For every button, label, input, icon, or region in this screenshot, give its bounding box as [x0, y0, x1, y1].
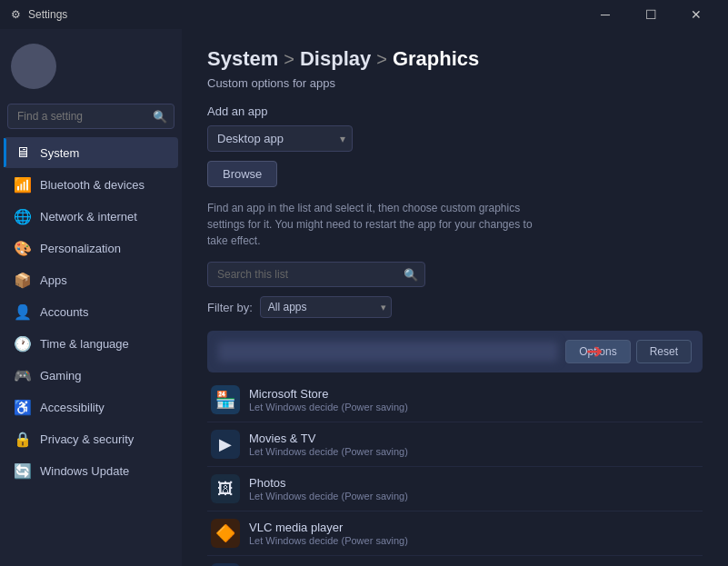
search-input[interactable] [7, 104, 175, 129]
breadcrumb-sep1: > [284, 49, 294, 70]
nav-icon-network: 🌐 [15, 208, 31, 224]
nav-label-personalization: Personalization [40, 242, 167, 255]
app-icon-vlc: 🔶 [211, 519, 240, 548]
minimize-button[interactable]: ─ [584, 0, 626, 29]
nav-icon-windowsupdate: 🔄 [15, 462, 31, 479]
list-item-microsoft-store[interactable]: 🏪 Microsoft Store Let Windows decide (Po… [207, 378, 703, 422]
breadcrumb-display: Display [300, 47, 371, 71]
titlebar-left: ⚙ Settings [11, 8, 67, 21]
app-name-microsoft-store: Microsoft Store [249, 387, 699, 401]
sidebar-item-system[interactable]: 🖥 System [4, 137, 178, 168]
app-icon-microsoft-store: 🏪 [211, 385, 240, 414]
close-button[interactable]: ✕ [675, 0, 717, 29]
filter-label: Filter by: [207, 301, 253, 314]
sidebar-item-network[interactable]: 🌐 Network & internet [4, 201, 178, 232]
list-item-video-editor[interactable]: 🎞 Video Editor Let Windows decide (Power… [207, 556, 703, 566]
app-info-vlc: VLC media player Let Windows decide (Pow… [249, 521, 699, 546]
breadcrumb-system: System [207, 47, 278, 71]
app-info-movies-tv: Movies & TV Let Windows decide (Power sa… [249, 432, 699, 457]
app-icon-photos: 🖼 [211, 474, 240, 503]
nav-icon-personalization: 🎨 [15, 240, 31, 256]
avatar [11, 44, 56, 89]
sidebar-item-windowsupdate[interactable]: 🔄 Windows Update [4, 455, 178, 486]
app-subtitle-vlc: Let Windows decide (Power saving) [249, 535, 699, 546]
search-list-wrapper: 🔍 [207, 262, 425, 287]
app-name-vlc: VLC media player [249, 521, 699, 534]
app-name-photos: Photos [249, 476, 699, 490]
sidebar-item-bluetooth[interactable]: 📶 Bluetooth & devices [4, 169, 178, 200]
titlebar-title: Settings [28, 8, 67, 21]
nav-items: 🖥 System 📶 Bluetooth & devices 🌐 Network… [0, 136, 182, 487]
list-item-photos[interactable]: 🖼 Photos Let Windows decide (Power savin… [207, 467, 703, 511]
search-list-input[interactable] [207, 262, 425, 287]
add-app-label: Add an app [207, 104, 703, 118]
nav-icon-bluetooth: 📶 [15, 176, 31, 193]
filter-row: Filter by: All apps Microsoft Store apps… [207, 296, 703, 318]
app-icon-movies-tv: ▶ [211, 430, 240, 459]
highlighted-app-name [218, 342, 558, 362]
search-list-icon: 🔍 [404, 268, 418, 282]
nav-icon-gaming: 🎮 [15, 367, 31, 383]
sidebar-item-privacy[interactable]: 🔒 Privacy & security [4, 423, 178, 454]
breadcrumb: System > Display > Graphics [207, 47, 703, 71]
app-body: 🔍 🖥 System 📶 Bluetooth & devices 🌐 Netwo… [0, 29, 728, 566]
app-list: 🏪 Microsoft Store Let Windows decide (Po… [207, 378, 703, 566]
highlighted-app-row[interactable]: ➔ Options Reset [207, 331, 703, 372]
app-subtitle-microsoft-store: Let Windows decide (Power saving) [249, 402, 699, 412]
breadcrumb-graphics: Graphics [393, 47, 479, 71]
info-text: Find an app in the list and select it, t… [207, 200, 534, 249]
nav-icon-apps: 📦 [15, 272, 31, 288]
sidebar-item-accessibility[interactable]: ♿ Accessibility [4, 392, 178, 422]
search-icon-button[interactable]: 🔍 [153, 110, 167, 124]
sidebar-item-personalization[interactable]: 🎨 Personalization [4, 233, 178, 263]
nav-icon-accessibility: ♿ [15, 399, 31, 415]
app-info-microsoft-store: Microsoft Store Let Windows decide (Powe… [249, 387, 699, 412]
reset-button[interactable]: Reset [636, 340, 692, 363]
nav-label-accessibility: Accessibility [40, 401, 167, 414]
app-subtitle-movies-tv: Let Windows decide (Power saving) [249, 446, 699, 457]
titlebar-controls: ─ ☐ ✕ [584, 0, 717, 29]
app-subtitle-photos: Let Windows decide (Power saving) [249, 491, 699, 501]
app-name-movies-tv: Movies & TV [249, 432, 699, 445]
nav-label-network: Network & internet [40, 210, 167, 223]
list-item-vlc[interactable]: 🔶 VLC media player Let Windows decide (P… [207, 511, 703, 556]
sidebar-item-time[interactable]: 🕐 Time & language [4, 328, 178, 359]
highlighted-app-actions: Options Reset [565, 340, 692, 363]
nav-label-time: Time & language [40, 337, 167, 351]
sidebar-item-accounts[interactable]: 👤 Accounts [4, 296, 178, 327]
main-content: System > Display > Graphics Custom optio… [182, 29, 728, 566]
settings-icon: ⚙ [11, 8, 21, 21]
nav-icon-accounts: 👤 [15, 303, 31, 320]
profile-area [0, 29, 182, 100]
nav-label-windowsupdate: Windows Update [40, 464, 167, 478]
nav-label-accounts: Accounts [40, 305, 167, 319]
filter-dropdown-wrapper: All apps Microsoft Store apps Desktop ap… [260, 296, 392, 318]
nav-label-gaming: Gaming [40, 369, 167, 382]
nav-label-privacy: Privacy & security [40, 432, 167, 446]
nav-icon-privacy: 🔒 [15, 431, 31, 447]
maximize-button[interactable]: ☐ [630, 0, 672, 29]
nav-icon-system: 🖥 [15, 144, 31, 161]
app-type-dropdown[interactable]: Desktop app Microsoft Store app [207, 125, 353, 152]
app-type-row: Desktop app Microsoft Store app ▾ [207, 125, 703, 152]
titlebar: ⚙ Settings ─ ☐ ✕ [0, 0, 728, 29]
app-info-photos: Photos Let Windows decide (Power saving) [249, 476, 699, 501]
nav-label-system: System [40, 146, 167, 160]
breadcrumb-sep2: > [376, 49, 387, 70]
list-item-movies-tv[interactable]: ▶ Movies & TV Let Windows decide (Power … [207, 422, 703, 467]
filter-dropdown[interactable]: All apps Microsoft Store apps Desktop ap… [260, 296, 392, 318]
sidebar-item-gaming[interactable]: 🎮 Gaming [4, 360, 178, 391]
nav-label-apps: Apps [40, 273, 167, 287]
nav-icon-time: 🕐 [15, 335, 31, 352]
search-box: 🔍 [7, 104, 175, 129]
arrow-icon: ➔ [586, 340, 603, 363]
browse-button[interactable]: Browse [207, 161, 277, 187]
app-type-dropdown-wrapper: Desktop app Microsoft Store app ▾ [207, 125, 353, 152]
sidebar: 🔍 🖥 System 📶 Bluetooth & devices 🌐 Netwo… [0, 29, 182, 566]
section-subtitle: Custom options for apps [207, 76, 703, 90]
sidebar-item-apps[interactable]: 📦 Apps [4, 264, 178, 295]
nav-label-bluetooth: Bluetooth & devices [40, 178, 167, 192]
